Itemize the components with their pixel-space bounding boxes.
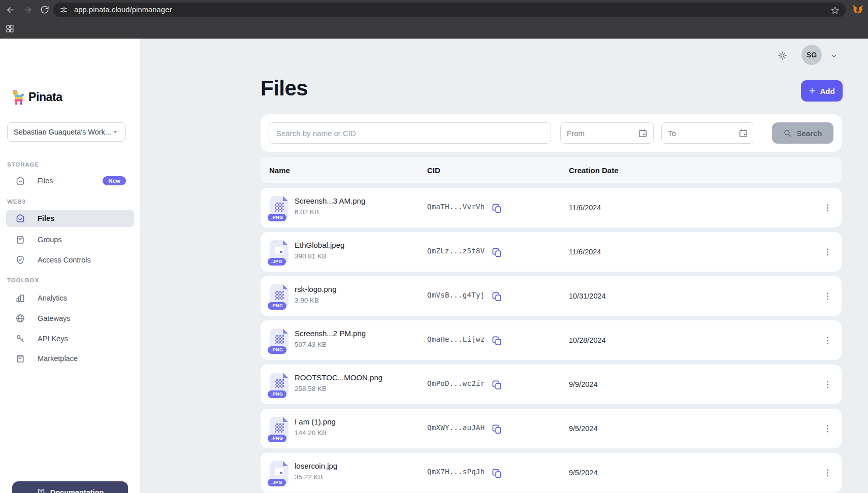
file-ext-badge: .JPG <box>268 258 286 266</box>
theme-toggle-button[interactable] <box>776 49 788 61</box>
date-from-field[interactable] <box>560 122 654 144</box>
png-checker-glyph <box>275 203 284 212</box>
file-name: rsk-logo.png <box>295 285 337 293</box>
search-icon <box>783 129 792 138</box>
search-input[interactable] <box>269 122 551 144</box>
file-size: 3.90 KB <box>295 297 337 304</box>
tab-grid-icon[interactable] <box>5 23 15 34</box>
row-menu-button[interactable] <box>820 466 834 480</box>
copy-cid-button[interactable] <box>490 378 503 391</box>
copy-cid-button[interactable] <box>490 202 503 215</box>
filter-bar: Search <box>261 114 842 152</box>
metamask-extension-icon[interactable] <box>852 4 863 15</box>
table-row[interactable]: .PNG rsk-logo.png 3.90 KB QmVsB...g4Tyj … <box>261 276 842 316</box>
png-checker-glyph <box>275 291 284 300</box>
sidebar-item-label: Files <box>38 177 53 185</box>
table-row[interactable]: .PNG ROOTSTOC...MOON.png 258.58 KB QmPoD… <box>261 365 842 404</box>
sidebar-item-files-web3[interactable]: Files <box>6 210 134 227</box>
date-from-input[interactable] <box>561 129 653 138</box>
sidebar: Pinata Sebastian Guaqueta's Work... STOR… <box>0 39 140 493</box>
copy-cid-button[interactable] <box>490 290 503 303</box>
file-name: I am (1).png <box>295 417 336 426</box>
browser-toolbar: app.pinata.cloud/pinmanager <box>0 0 868 19</box>
workspace-label: Sebastian Guaqueta's Work... <box>14 128 111 136</box>
workspace-selector[interactable]: Sebastian Guaqueta's Work... <box>7 122 126 142</box>
site-settings-icon[interactable] <box>59 6 68 14</box>
section-label-web3: WEB3 <box>7 199 26 205</box>
file-creation-date: 9/5/2024 <box>569 424 597 433</box>
pinata-logo[interactable]: Pinata <box>13 89 62 105</box>
date-to-field[interactable] <box>661 122 754 144</box>
file-type-icon: .PNG <box>270 328 288 351</box>
avatar[interactable]: SG <box>801 45 822 65</box>
table-row[interactable]: .PNG Screensh...2 PM.png 507.43 KB QmaHe… <box>261 320 842 360</box>
globe-icon <box>15 313 25 323</box>
table-header: Name CID Creation Date <box>261 157 842 183</box>
browser-back-button[interactable] <box>4 4 16 16</box>
row-menu-button[interactable] <box>820 421 834 436</box>
copy-cid-button[interactable] <box>490 246 503 259</box>
file-type-icon: .PNG <box>270 196 288 219</box>
file-name: Screensh...3 AM.png <box>295 196 365 205</box>
pinata-icon <box>13 89 24 105</box>
bookmark-icon[interactable] <box>829 5 841 16</box>
row-menu-button[interactable] <box>820 245 834 259</box>
browser-reload-button[interactable] <box>39 4 51 16</box>
file-size: 35.22 KB <box>295 473 337 481</box>
sidebar-item-analytics[interactable]: Analytics <box>6 289 134 307</box>
file-creation-date: 11/6/2024 <box>569 204 601 212</box>
plus-icon <box>809 87 816 94</box>
search-button[interactable]: Search <box>772 122 833 144</box>
table-row[interactable]: .PNG I am (1).png 144.20 KB QmXWY...auJA… <box>261 409 842 448</box>
column-header-creation-date: Creation Date <box>569 166 619 175</box>
sidebar-item-access-controls[interactable]: Access Controls <box>6 251 134 269</box>
key-icon <box>15 334 25 344</box>
file-type-icon: .JPG <box>270 240 288 263</box>
sidebar-item-label: Access Controls <box>38 256 91 264</box>
sidebar-item-label: Files <box>38 214 54 222</box>
browser-forward-button[interactable] <box>21 4 34 16</box>
row-menu-button[interactable] <box>820 377 834 391</box>
sidebar-item-label: Gateways <box>38 314 70 322</box>
file-cid: QmPoD...wc2ir <box>427 379 485 387</box>
sidebar-item-files-storage[interactable]: Files New <box>6 172 134 189</box>
file-type-icon: .PNG <box>270 284 288 307</box>
groups-icon <box>15 235 25 245</box>
file-size: 390.81 KB <box>295 252 344 260</box>
add-button[interactable]: Add <box>801 80 843 102</box>
file-size: 144.20 KB <box>295 429 336 437</box>
documentation-label: Documentation <box>50 488 104 493</box>
sidebar-item-gateways[interactable]: Gateways <box>6 310 134 327</box>
copy-cid-button[interactable] <box>490 467 503 480</box>
sidebar-item-label: API Keys <box>38 335 68 343</box>
documentation-button[interactable]: Documentation <box>12 481 128 493</box>
page-title: Files <box>261 76 308 101</box>
file-list: .PNG Screensh...3 AM.png 6.02 KB QmaTH..… <box>261 188 842 493</box>
copy-cid-button[interactable] <box>490 422 503 436</box>
row-menu-button[interactable] <box>820 289 834 303</box>
copy-cid-button[interactable] <box>490 334 503 347</box>
file-type-icon: .PNG <box>270 417 288 440</box>
account-chevron-down-icon[interactable] <box>829 51 839 61</box>
table-row[interactable]: .JPG losercoin.jpg 35.22 KB QmX7H...sPqJ… <box>261 453 842 492</box>
row-menu-button[interactable] <box>820 201 834 215</box>
file-cid: QmVsB...g4Tyj <box>427 291 485 299</box>
png-checker-glyph <box>275 423 284 433</box>
sidebar-item-groups[interactable]: Groups <box>6 231 134 248</box>
brand-name: Pinata <box>28 90 62 104</box>
sidebar-item-label: Marketplace <box>38 354 78 363</box>
new-badge: New <box>103 176 126 185</box>
file-name: losercoin.jpg <box>295 462 337 470</box>
table-row[interactable]: .JPG EthGlobal.jpeg 390.81 KB QmZLz...z5… <box>261 232 842 272</box>
date-to-input[interactable] <box>662 129 754 138</box>
table-row[interactable]: .PNG Screensh...3 AM.png 6.02 KB QmaTH..… <box>261 188 842 227</box>
file-type-icon: .JPG <box>270 461 288 484</box>
column-header-cid: CID <box>427 166 440 175</box>
row-menu-button[interactable] <box>820 333 834 347</box>
file-cid: QmX7H...sPqJh <box>427 468 485 476</box>
sidebar-item-marketplace[interactable]: Marketplace <box>6 350 134 367</box>
file-cid: QmXWY...auJAH <box>427 423 485 432</box>
file-creation-date: 10/31/2024 <box>569 292 606 300</box>
url-bar[interactable]: app.pinata.cloud/pinmanager <box>53 3 846 17</box>
sidebar-item-api-keys[interactable]: API Keys <box>6 330 134 347</box>
